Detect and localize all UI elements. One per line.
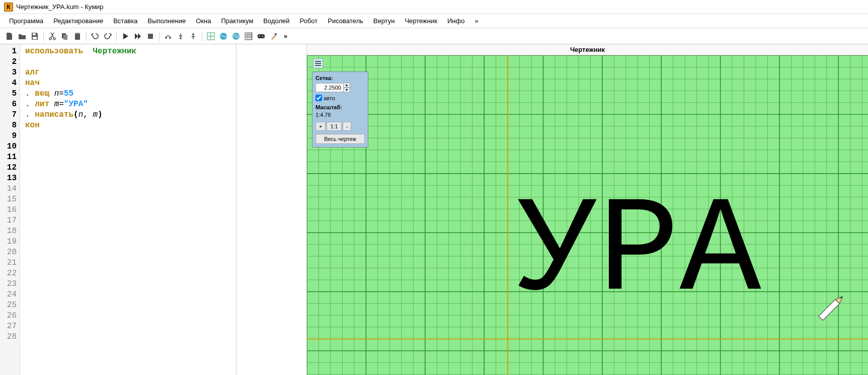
svg-point-26	[262, 36, 263, 37]
paste-icon[interactable]	[72, 31, 83, 42]
menu-robot[interactable]: Робот	[295, 16, 323, 26]
redo-icon[interactable]	[102, 31, 113, 42]
new-file-icon[interactable]	[4, 31, 15, 42]
save-file-icon[interactable]	[29, 31, 40, 42]
svg-point-12	[192, 33, 194, 35]
menu-vertun[interactable]: Вертун	[368, 16, 400, 26]
window-title: Чертежник_УРА.kum - Кумир	[16, 3, 104, 11]
line-gutter: 1234567891011121314151617181920212223242…	[0, 44, 20, 375]
svg-point-25	[259, 36, 260, 37]
grid-spin-down[interactable]: ▼	[343, 88, 350, 93]
scale-label: Масштаб:	[315, 104, 365, 110]
canvas-title: Чертежник	[307, 44, 868, 55]
toolbar: »	[0, 28, 868, 44]
actor-water-icon[interactable]	[218, 31, 229, 42]
step-into-icon[interactable]	[175, 31, 186, 42]
stop-icon[interactable]	[145, 31, 156, 42]
actor-game-icon[interactable]	[256, 31, 267, 42]
menu-risovatel[interactable]: Рисователь	[323, 16, 368, 26]
toolbar-more[interactable]: »	[282, 32, 289, 40]
grid-spin-up[interactable]: ▲	[343, 83, 350, 88]
menu-practicum[interactable]: Практикум	[216, 16, 258, 26]
fit-button[interactable]: Весь чертеж	[315, 134, 365, 144]
menubar: Программа Редактирование Вставка Выполне…	[0, 14, 868, 28]
grid-value-input[interactable]	[315, 83, 344, 92]
svg-point-27	[275, 33, 277, 35]
actor-paint-icon[interactable]	[268, 31, 279, 42]
zoom-reset-button[interactable]: 1:1	[327, 122, 341, 131]
code-area[interactable]: использовать Чертежник алг нач . вещ n=5…	[20, 44, 236, 375]
output-pane	[236, 44, 306, 375]
drawing-canvas[interactable]: УРА Сетка: ▲ ▼	[307, 55, 868, 375]
menu-program[interactable]: Программа	[4, 16, 48, 26]
svg-rect-1	[33, 37, 37, 39]
menu-run[interactable]: Выполнение	[142, 16, 191, 26]
grid-label: Сетка:	[315, 75, 365, 81]
app-icon: К	[4, 3, 13, 12]
actor-grid-icon[interactable]	[205, 31, 216, 42]
svg-point-2	[49, 38, 51, 40]
step-out-icon[interactable]	[188, 31, 199, 42]
drawn-text: УРА	[517, 176, 762, 330]
code-editor[interactable]: 1234567891011121314151617181920212223242…	[0, 44, 236, 375]
svg-rect-8	[148, 34, 153, 39]
titlebar: К Чертежник_УРА.kum - Кумир	[0, 0, 868, 14]
menu-chertezhnik[interactable]: Чертежник	[400, 16, 442, 26]
scale-value: 1:4.76	[315, 112, 365, 118]
cut-icon[interactable]	[47, 31, 58, 42]
panel-menu-icon[interactable]	[313, 58, 323, 68]
step-over-icon[interactable]	[163, 31, 174, 42]
svg-point-17	[232, 33, 240, 40]
menu-vodoley[interactable]: Водолей	[258, 16, 294, 26]
menu-windows[interactable]: Окна	[191, 16, 216, 26]
copy-icon[interactable]	[59, 31, 70, 42]
auto-label: авто	[324, 95, 335, 101]
zoom-out-button[interactable]: -	[343, 122, 352, 131]
menu-more[interactable]: »	[469, 16, 483, 26]
svg-rect-5	[63, 35, 67, 40]
undo-icon[interactable]	[90, 31, 101, 42]
actor-grid2-icon[interactable]	[243, 31, 254, 42]
svg-rect-24	[258, 34, 265, 38]
svg-rect-7	[76, 33, 79, 34]
open-file-icon[interactable]	[17, 31, 28, 42]
actor-water2-icon[interactable]	[230, 31, 242, 42]
zoom-in-button[interactable]: +	[315, 122, 326, 131]
menu-info[interactable]: Инфо	[442, 16, 469, 26]
run-fast-icon[interactable]	[132, 31, 143, 42]
svg-rect-0	[33, 33, 36, 35]
auto-checkbox[interactable]	[315, 95, 322, 101]
menu-edit[interactable]: Редактирование	[48, 16, 108, 26]
svg-point-11	[180, 37, 182, 39]
menu-insert[interactable]: Вставка	[108, 16, 142, 26]
run-icon[interactable]	[120, 31, 131, 42]
svg-point-3	[53, 38, 55, 40]
control-panel: Сетка: ▲ ▼ авто Масштаб: 1:4.76 + 1:1	[312, 71, 368, 147]
